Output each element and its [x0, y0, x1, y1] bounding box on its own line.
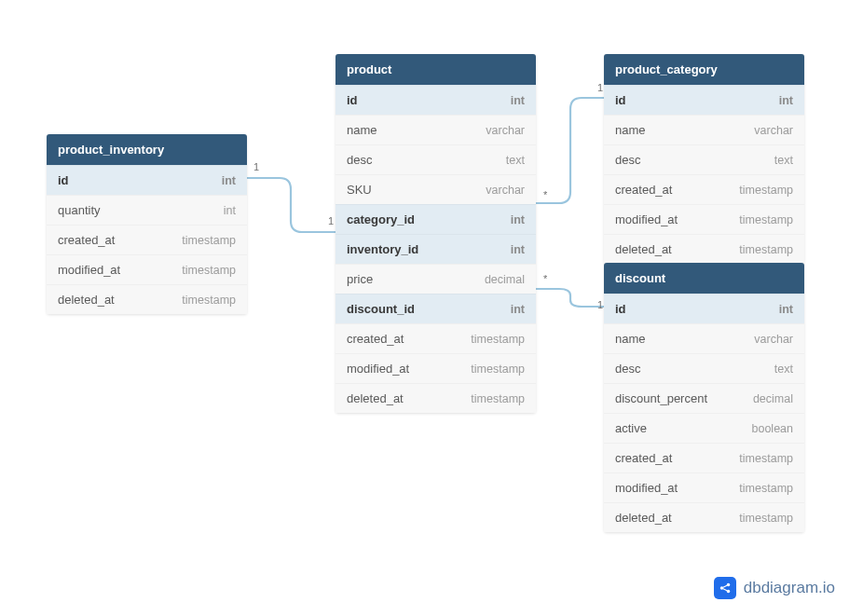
table-row[interactable]: deleted_at timestamp [604, 234, 804, 264]
table-row[interactable]: active boolean [604, 413, 804, 443]
table-row[interactable]: category_id int [336, 204, 536, 234]
table-row[interactable]: deleted_at timestamp [604, 502, 804, 532]
table-row[interactable]: desc text [604, 144, 804, 174]
brand-watermark: dbdiagram.io [714, 577, 835, 599]
column-name: inventory_id [347, 242, 418, 256]
table-title: discount [604, 263, 804, 294]
column-name: deleted_at [58, 293, 115, 307]
column-name: modified_at [58, 263, 120, 277]
table-row[interactable]: quantity int [47, 195, 247, 225]
column-name: deleted_at [347, 391, 404, 405]
column-name: created_at [615, 183, 672, 197]
column-name: SKU [347, 183, 372, 197]
table-row[interactable]: name varchar [336, 115, 536, 144]
table-row[interactable]: SKU varchar [336, 174, 536, 204]
svg-point-0 [719, 586, 723, 590]
column-type: timestamp [182, 234, 236, 247]
table-row[interactable]: modified_at timestamp [47, 254, 247, 284]
column-name: id [58, 173, 69, 187]
brand-text: dbdiagram.io [744, 579, 835, 597]
table-row[interactable]: id int [336, 85, 536, 115]
column-name: quantity [58, 203, 101, 217]
column-type: timestamp [182, 294, 236, 307]
column-name: deleted_at [615, 511, 672, 525]
table-row[interactable]: discount_percent decimal [604, 383, 804, 413]
column-name: created_at [615, 451, 672, 465]
column-name: id [615, 302, 626, 316]
column-type: timestamp [739, 243, 793, 256]
cardinality-label: * [541, 273, 550, 284]
column-name: name [615, 332, 646, 346]
table-row[interactable]: name varchar [604, 115, 804, 144]
table-row[interactable]: id int [47, 165, 247, 195]
table-row[interactable]: deleted_at timestamp [47, 284, 247, 314]
column-type: text [774, 363, 793, 376]
column-type: timestamp [739, 512, 793, 525]
cardinality-label: * [541, 189, 550, 200]
table-row[interactable]: discount_id int [336, 294, 536, 323]
column-type: varchar [754, 333, 793, 346]
column-type: varchar [754, 124, 793, 137]
cardinality-label: 1 [251, 161, 262, 172]
table-row[interactable]: created_at timestamp [47, 225, 247, 254]
table-row[interactable]: price decimal [336, 264, 536, 294]
column-name: id [615, 93, 626, 107]
table-product-inventory[interactable]: product_inventory id int quantity int cr… [47, 134, 247, 314]
column-type: int [511, 213, 525, 226]
column-type: int [511, 243, 525, 256]
column-type: timestamp [739, 482, 793, 495]
column-type: timestamp [471, 333, 525, 346]
column-type: decimal [753, 392, 793, 405]
svg-point-1 [726, 583, 730, 587]
column-name: discount_percent [615, 391, 707, 405]
column-name: price [347, 272, 373, 286]
column-type: timestamp [739, 213, 793, 226]
column-name: modified_at [347, 362, 409, 376]
column-name: desc [615, 362, 640, 376]
column-name: created_at [58, 233, 115, 247]
table-row[interactable]: modified_at timestamp [604, 204, 804, 234]
table-row[interactable]: inventory_id int [336, 234, 536, 264]
table-product-category[interactable]: product_category id int name varchar des… [604, 54, 804, 264]
column-type: decimal [485, 273, 525, 286]
table-row[interactable]: desc text [336, 144, 536, 174]
table-row[interactable]: created_at timestamp [604, 174, 804, 204]
svg-point-2 [726, 590, 730, 594]
column-type: timestamp [739, 452, 793, 465]
table-row[interactable]: name varchar [604, 323, 804, 353]
column-type: varchar [486, 184, 525, 197]
column-type: text [774, 154, 793, 167]
column-type: timestamp [471, 392, 525, 405]
table-row[interactable]: created_at timestamp [604, 443, 804, 472]
column-name: category_id [347, 212, 415, 226]
table-row[interactable]: desc text [604, 353, 804, 383]
table-title: product_category [604, 54, 804, 85]
column-type: text [506, 154, 525, 167]
column-type: int [224, 204, 236, 217]
column-type: varchar [486, 124, 525, 137]
column-name: modified_at [615, 481, 678, 495]
column-type: boolean [752, 422, 794, 435]
column-name: deleted_at [615, 242, 672, 256]
table-row[interactable]: created_at timestamp [336, 323, 536, 353]
column-name: discount_id [347, 302, 415, 316]
table-title: product [336, 54, 536, 85]
table-product[interactable]: product id int name varchar desc text SK… [336, 54, 536, 413]
table-row[interactable]: modified_at timestamp [604, 472, 804, 502]
column-type: int [222, 174, 236, 187]
column-type: int [511, 94, 525, 107]
column-name: desc [347, 153, 372, 167]
table-row[interactable]: id int [604, 85, 804, 115]
table-title: product_inventory [47, 134, 247, 165]
column-name: desc [615, 153, 640, 167]
column-type: timestamp [182, 264, 236, 277]
erd-canvas[interactable]: 1 1 * 1 * 1 product_inventory id int qua… [0, 0, 863, 616]
table-row[interactable]: id int [604, 294, 804, 323]
column-type: int [779, 94, 793, 107]
column-type: timestamp [471, 363, 525, 376]
share-icon [714, 577, 736, 599]
table-discount[interactable]: discount id int name varchar desc text d… [604, 263, 804, 532]
table-row[interactable]: modified_at timestamp [336, 353, 536, 383]
column-type: int [511, 303, 525, 316]
table-row[interactable]: deleted_at timestamp [336, 383, 536, 413]
